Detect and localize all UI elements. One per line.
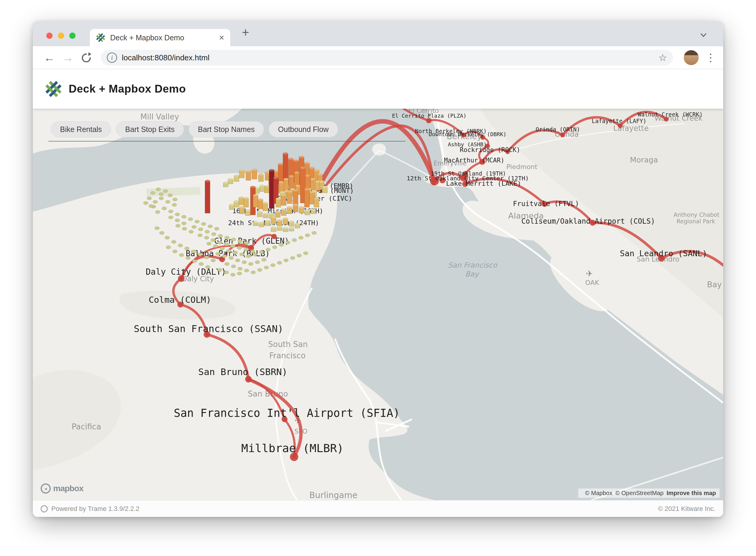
hex-cell	[244, 269, 249, 272]
hex-cell	[149, 205, 153, 208]
url-bar[interactable]: i localhost:8080/index.html ☆	[101, 50, 673, 65]
hex-cell	[206, 266, 210, 269]
hex-cell	[233, 251, 238, 254]
hex-cell	[191, 250, 196, 253]
hex-cell	[153, 200, 158, 204]
basemap-svg: Mill ValleyEl CerritoBerkeleyOrindaLafay…	[33, 109, 723, 500]
hex-bar-top-highlight	[311, 209, 316, 211]
hex-cell	[205, 230, 210, 234]
hex-bar-top-highlight	[304, 162, 310, 164]
map-canvas[interactable]: Mill ValleyEl CerritoBerkeleyOrindaLafay…	[33, 109, 723, 500]
hex-bar-top-highlight	[289, 221, 294, 223]
hex-bar-top-highlight	[274, 177, 279, 179]
hex-cell	[279, 243, 284, 247]
layer-chip-outbound-flow[interactable]: Outbound Flow	[269, 121, 338, 137]
hex-cell	[147, 197, 152, 200]
hex-cell	[162, 207, 167, 210]
hex-bar	[252, 170, 257, 179]
attribution-mapbox-link[interactable]: © Mapbox	[585, 490, 612, 496]
hex-bar-top-highlight	[276, 198, 281, 200]
map-attribution: © Mapbox© OpenStreetMapImprove this map	[578, 488, 720, 498]
zoom-window-button[interactable]	[69, 33, 76, 39]
hex-bar-top-highlight	[281, 195, 286, 197]
hex-bar-top-highlight	[287, 191, 292, 193]
hex-bar-top-highlight	[287, 206, 292, 208]
hex-bar-top-highlight	[239, 197, 244, 199]
hex-cell	[230, 273, 235, 277]
profile-avatar[interactable]	[684, 50, 699, 65]
layer-chip-bart-stop-names[interactable]: Bart Stop Names	[189, 121, 264, 137]
new-tab-button[interactable]: +	[242, 25, 249, 40]
hex-bar	[279, 182, 284, 192]
tab-close-icon[interactable]: ×	[219, 33, 224, 42]
hex-cell	[244, 248, 248, 251]
hex-cell	[312, 232, 317, 235]
hex-cell	[175, 219, 180, 222]
hex-cell	[305, 234, 310, 237]
hex-cell	[176, 224, 180, 228]
hex-cell	[173, 250, 177, 253]
hex-bar-top-highlight	[288, 158, 293, 160]
hex-cell	[277, 261, 282, 265]
hex-cell	[237, 246, 242, 250]
hex-bar	[281, 195, 286, 205]
minimize-window-button[interactable]	[58, 33, 64, 39]
hex-bar	[293, 205, 298, 212]
hex-cell	[204, 236, 209, 240]
hex-cell	[251, 271, 256, 274]
hex-cell	[235, 259, 240, 262]
hex-cell	[272, 246, 277, 249]
mapbox-logo-icon: ◂	[41, 483, 51, 494]
hex-bar-top-highlight	[289, 227, 294, 229]
browser-tab[interactable]: Deck + Mapbox Demo ×	[90, 29, 230, 46]
improve-map-link[interactable]: Improve this map	[667, 490, 716, 496]
bookmark-star-icon[interactable]: ☆	[658, 52, 667, 63]
hex-bar	[276, 199, 281, 207]
hex-cell	[211, 259, 216, 262]
hex-bar-top-highlight	[259, 222, 264, 224]
hex-cell	[171, 240, 176, 244]
hex-cell	[184, 247, 189, 250]
place-label: Burlingame	[309, 490, 357, 500]
hex-bar-top-highlight	[280, 192, 285, 194]
copyright-text: © 2021 Kitware Inc.	[658, 505, 715, 513]
close-window-button[interactable]	[46, 33, 52, 39]
hex-bar-top-highlight	[318, 173, 323, 176]
browser-toolbar: ← → i localhost:8080/index.html ☆ ⋮	[33, 46, 723, 69]
hex-cell	[189, 230, 193, 234]
airport-plane-icon: ✈	[586, 269, 593, 278]
hex-cell	[244, 242, 249, 245]
hex-cell	[231, 238, 236, 241]
hex-bar-top-highlight	[251, 186, 256, 188]
hex-bar-top-highlight	[305, 209, 310, 211]
hex-bar	[293, 190, 298, 205]
place-label: Piedmont	[506, 163, 537, 171]
hex-cell	[231, 265, 236, 268]
back-button[interactable]: ←	[40, 51, 59, 64]
hex-bar-top-highlight	[264, 185, 269, 187]
station-label: San Francisco Int'l Airport (SFIA)	[174, 407, 400, 420]
hex-cell	[238, 267, 243, 271]
layer-chip-bike-rentals[interactable]: Bike Rentals	[51, 121, 111, 137]
hex-bar	[310, 192, 315, 204]
hex-bar-top-highlight	[260, 185, 265, 187]
place-label: Pacifica	[72, 422, 101, 431]
browser-menu-icon[interactable]: ⋮	[705, 51, 716, 64]
attribution-osm-link[interactable]: © OpenStreetMap	[615, 490, 663, 496]
hex-bar	[253, 195, 258, 207]
station-label: Rockridge (ROCK)	[460, 146, 520, 153]
tab-search-chevron-icon[interactable]	[699, 30, 708, 40]
hex-bar-top-highlight	[314, 169, 319, 171]
mapbox-logo[interactable]: ◂ mapbox	[41, 483, 83, 494]
forward-button[interactable]: →	[59, 51, 77, 64]
hex-bar	[314, 198, 319, 207]
hex-cell	[182, 215, 186, 218]
site-info-icon[interactable]: i	[107, 53, 117, 63]
reload-button[interactable]	[77, 51, 96, 64]
place-label: Anthony Chabot	[674, 211, 720, 218]
place-label: Moraga	[630, 155, 658, 164]
url-text[interactable]: localhost:8080/index.html	[122, 53, 658, 62]
hex-cell	[226, 249, 231, 253]
layer-chip-bart-stop-exits[interactable]: Bart Stop Exits	[116, 121, 184, 137]
layer-toggle-chips: Bike RentalsBart Stop ExitsBart Stop Nam…	[51, 121, 338, 137]
